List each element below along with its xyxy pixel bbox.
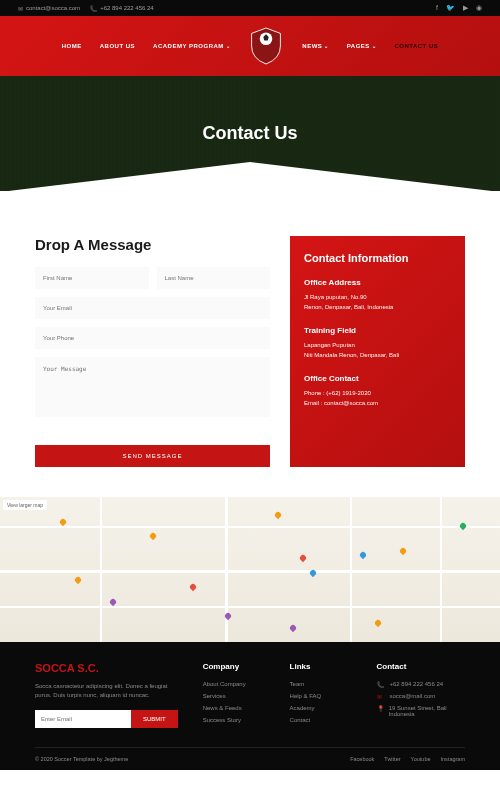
footer-company-title: Company [203,662,265,671]
footer-link[interactable]: News & Feeds [203,705,265,711]
map-pin-icon[interactable] [299,554,307,562]
mail-icon: ✉ [377,693,385,700]
email-input[interactable] [35,297,270,319]
topbar-email[interactable]: ✉ contact@socca.com [18,4,80,12]
footer-links-title: Links [290,662,352,671]
newsletter-submit[interactable]: SUBMIT [131,710,178,728]
copyright: © 2020 Soccer Template by Jegtheme [35,756,128,762]
nav-contact[interactable]: CONTACT US [394,43,438,49]
map-pin-icon[interactable] [109,597,117,605]
phone-input[interactable] [35,327,270,349]
form-heading: Drop A Message [35,236,270,253]
content: Drop A Message SEND MESSAGE Contact Info… [0,191,500,497]
training-field-text: Lapangan PuputanNiti Mandala Renon, Denp… [304,341,451,360]
map-pin-icon[interactable] [149,532,157,540]
nav-news[interactable]: NEWS ⌄ [302,43,329,49]
last-name-input[interactable] [157,267,271,289]
social-youtube[interactable]: Youtube [411,756,431,762]
map-pin-icon[interactable] [459,522,467,530]
contact-info-box: Contact Information Office Address Jl Ra… [290,236,465,467]
nav-pages[interactable]: PAGES ⌄ [347,43,377,49]
page-title: Contact Us [202,123,297,144]
footer-link[interactable]: Success Story [203,717,265,723]
map-pin-icon[interactable] [74,576,82,584]
office-address-text: Jl Raya puputan, No.90Renon, Denpasar, B… [304,293,451,312]
footer-link[interactable]: About Company [203,681,265,687]
instagram-icon[interactable]: ◉ [476,4,482,12]
footer-link[interactable]: Help & FAQ [290,693,352,699]
nav-about[interactable]: ABOUT US [100,43,135,49]
contact-form: Drop A Message SEND MESSAGE [35,236,270,467]
logo[interactable] [248,26,284,66]
map-pin-icon[interactable] [59,518,67,526]
map-pin-icon[interactable] [274,510,282,518]
social-instagram[interactable]: Instagram [441,756,465,762]
twitter-icon[interactable]: 🐦 [446,4,455,12]
first-name-input[interactable] [35,267,149,289]
nav-academy[interactable]: ACADEMY PROGRAM ⌄ [153,43,230,49]
footer-brand: SOCCA S.C. [35,662,178,674]
footer-contact-title: Contact [377,662,465,671]
training-field-title: Training Field [304,326,451,335]
topbar-phone[interactable]: 📞 +62 894 222 456 24 [90,4,154,12]
map-pin-icon[interactable] [399,547,407,555]
map[interactable]: View larger map [0,497,500,642]
footer: SOCCA S.C. Socca casnactetur adipiscing … [0,642,500,770]
topbar: ✉ contact@socca.com 📞 +62 894 222 456 24… [0,0,500,16]
footer-link[interactable]: Team [290,681,352,687]
message-input[interactable] [35,357,270,417]
footer-email: socca@mail.com [390,693,436,699]
footer-link[interactable]: Academy [290,705,352,711]
facebook-icon[interactable]: f [436,4,438,12]
office-contact-text: Phone : (+62) 1919-2020Email : contact@s… [304,389,451,408]
chevron-down-icon: ⌄ [226,43,231,49]
social-facebook[interactable]: Facebook [350,756,374,762]
footer-desc: Socca casnactetur adipiscing elit. Donec… [35,682,178,700]
send-button[interactable]: SEND MESSAGE [35,445,270,467]
nav-home[interactable]: HOME [62,43,82,49]
office-address-title: Office Address [304,278,451,287]
view-larger-map[interactable]: View larger map [3,500,47,510]
newsletter-input[interactable] [35,710,131,728]
phone-icon: 📞 [377,681,385,688]
map-pin-icon[interactable] [189,583,197,591]
footer-link[interactable]: Services [203,693,265,699]
youtube-icon[interactable]: ▶ [463,4,468,12]
info-heading: Contact Information [304,252,451,264]
chevron-down-icon: ⌄ [372,43,377,49]
pin-icon: 📍 [377,705,384,712]
map-pin-icon[interactable] [374,619,382,627]
map-pin-icon[interactable] [289,623,297,631]
office-contact-title: Office Contact [304,374,451,383]
map-pin-icon[interactable] [359,551,367,559]
footer-link[interactable]: Contact [290,717,352,723]
footer-phone: +62 894 222 456 24 [390,681,444,687]
chevron-down-icon: ⌄ [324,43,329,49]
social-twitter[interactable]: Twitter [384,756,400,762]
footer-address: 19 Sunset Street, Bali Indonesia [389,705,465,717]
hero: Contact Us [0,76,500,191]
navbar: HOME ABOUT US ACADEMY PROGRAM ⌄ NEWS ⌄ P… [0,16,500,76]
